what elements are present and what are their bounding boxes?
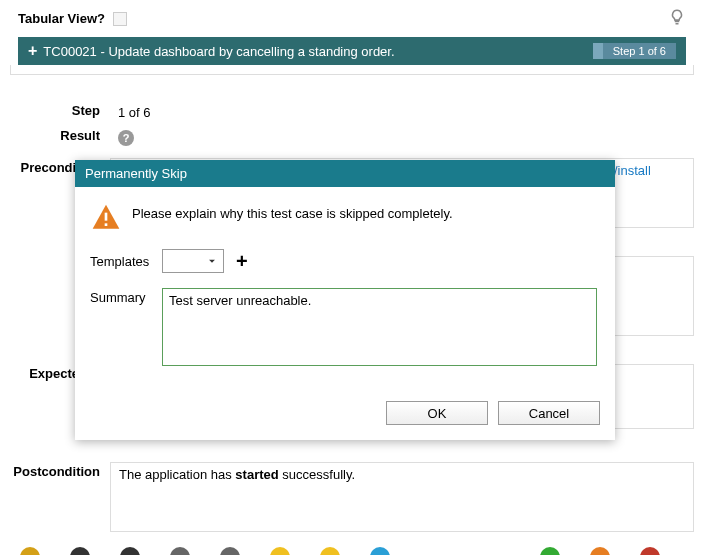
postcondition-text-bold: started — [235, 467, 278, 482]
test-case-header[interactable]: + TC00021 - Update dashboard by cancelli… — [18, 37, 686, 65]
modal-message-row: Please explain why this test case is ski… — [90, 202, 600, 234]
ok-button[interactable]: OK — [386, 401, 488, 425]
summary-label: Summary — [90, 288, 150, 305]
svg-rect-1 — [105, 223, 108, 226]
warning-icon — [90, 202, 122, 234]
skip-modal: Permanently Skip Please explain why this… — [75, 160, 615, 440]
tabular-view-label: Tabular View? — [18, 11, 105, 26]
test-case-title: TC00021 - Update dashboard by cancelling… — [43, 44, 394, 59]
add-template-button[interactable]: + — [236, 251, 248, 271]
postcondition-text-prefix: The application has — [119, 467, 235, 482]
toolbar-icon[interactable] — [640, 547, 660, 555]
result-label: Result — [10, 126, 110, 150]
modal-message: Please explain why this test case is ski… — [132, 202, 453, 221]
step-row: Step 1 of 6 — [10, 97, 694, 128]
templates-select[interactable] — [162, 249, 224, 273]
toolbar-icon[interactable] — [220, 547, 240, 555]
expand-icon[interactable]: + — [28, 43, 37, 59]
toolbar-icon[interactable] — [540, 547, 560, 555]
toolbar-icon[interactable] — [590, 547, 610, 555]
result-row: Result ? — [10, 122, 694, 154]
modal-body: Please explain why this test case is ski… — [75, 187, 615, 391]
postcondition-text-suffix: successfully. — [279, 467, 355, 482]
toolbar-icon[interactable] — [70, 547, 90, 555]
top-bar-left: Tabular View? — [18, 11, 127, 26]
step-value: 1 of 6 — [110, 101, 694, 124]
top-bar: Tabular View? — [0, 0, 704, 37]
summary-input[interactable] — [162, 288, 597, 366]
templates-label: Templates — [90, 254, 150, 269]
help-icon[interactable]: ? — [118, 130, 134, 146]
spacer — [10, 65, 694, 75]
toolbar-icon[interactable] — [20, 547, 40, 555]
step-label: Step — [10, 101, 110, 124]
toolbar-icon[interactable] — [270, 547, 290, 555]
svg-rect-0 — [105, 213, 108, 221]
templates-row: Templates + — [90, 249, 600, 273]
cancel-button[interactable]: Cancel — [498, 401, 600, 425]
result-value: ? — [110, 126, 694, 150]
postcondition-label: Postcondition — [10, 462, 110, 532]
summary-row: Summary — [90, 288, 600, 366]
modal-title: Permanently Skip — [75, 160, 615, 187]
toolbar-icon[interactable] — [170, 547, 190, 555]
tabular-view-checkbox[interactable] — [113, 12, 127, 26]
toolbar-icon[interactable] — [120, 547, 140, 555]
toolbar-icon[interactable] — [370, 547, 390, 555]
chevron-down-icon — [205, 254, 219, 268]
bulb-icon[interactable] — [668, 8, 686, 29]
bottom-toolbar — [0, 547, 704, 555]
postcondition-value[interactable]: The application has started successfully… — [110, 462, 694, 532]
modal-footer: OK Cancel — [75, 391, 615, 440]
test-header-left: + TC00021 - Update dashboard by cancelli… — [28, 43, 395, 59]
toolbar-icon[interactable] — [320, 547, 340, 555]
postcondition-row: Postcondition The application has starte… — [10, 458, 694, 536]
step-badge: Step 1 of 6 — [593, 43, 676, 59]
